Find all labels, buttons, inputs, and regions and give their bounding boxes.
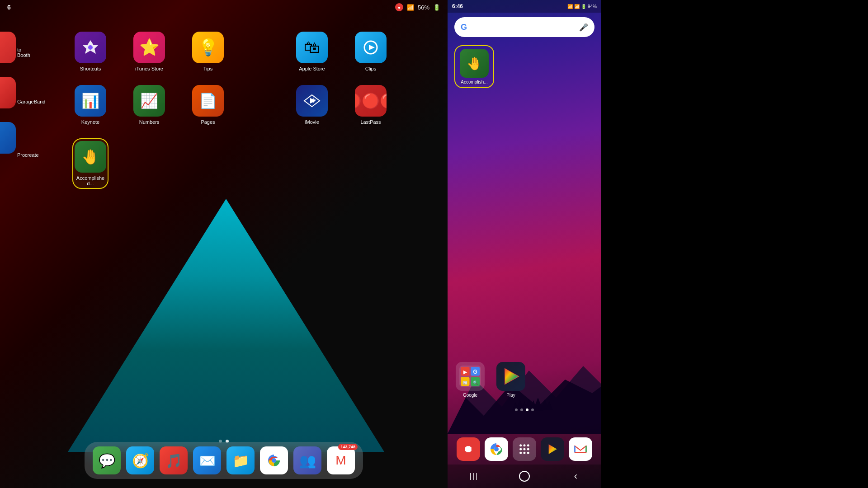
svg-point-44 <box>527 452 529 454</box>
play-app-label: Play <box>506 393 515 398</box>
left-edge-label: to Booth <box>0 45 32 58</box>
app-row-1: Shortcuts ⭐ iTunes Store 💡 Tips 🛍 <box>72 32 429 71</box>
play-app-icon <box>496 362 525 391</box>
android-dot-4 <box>531 408 534 411</box>
android-google-app[interactable]: G ▶ 📰 🔍 Google <box>454 362 486 398</box>
shortcuts-icon <box>75 32 106 63</box>
garageband-label: GarageBand <box>17 99 45 104</box>
clips-icon <box>355 32 387 63</box>
svg-text:📰: 📰 <box>462 380 468 385</box>
imovie-label: iMovie <box>305 119 319 125</box>
wifi-icon: 📶 <box>407 4 414 11</box>
google-g-logo: G <box>461 23 467 32</box>
android-dock-record[interactable]: ⏺ <box>457 437 480 461</box>
android-nav-back[interactable]: ‹ <box>566 467 585 485</box>
app-tips[interactable]: 💡 Tips <box>190 32 226 71</box>
app-clips[interactable]: Clips <box>353 32 389 71</box>
svg-text:▶: ▶ <box>463 369 467 375</box>
svg-text:G: G <box>473 369 477 375</box>
app-accomplished[interactable]: 🤚 Accomplished... <box>72 138 108 189</box>
dock-messages[interactable]: 💬 <box>93 446 121 474</box>
android-accomplished-app[interactable]: 🤚 Accomplish... <box>454 45 494 88</box>
pages-icon: 📄 <box>192 85 224 117</box>
app-apple-store[interactable]: 🛍 Apple Store <box>294 32 330 71</box>
accomplished-label: Accomplished... <box>75 175 106 186</box>
android-dock-gmail[interactable] <box>569 437 592 461</box>
dock-chrome[interactable] <box>260 446 288 474</box>
photobooth-label: to Booth <box>17 47 32 58</box>
app-shortcuts[interactable]: Shortcuts <box>72 32 108 71</box>
app-lastpass[interactable]: 🔴🔴🔴 LastPass <box>353 85 389 125</box>
itunes-icon: ⭐ <box>133 32 165 63</box>
android-app-row: G ▶ 📰 🔍 Google <box>454 362 594 398</box>
ipad-screen: 6 ● 📶 56% 🔋 to Booth GarageBand Procreat… <box>0 0 448 488</box>
accomplished-hand-icon: 🤚 <box>467 56 482 71</box>
app-grid: Shortcuts ⭐ iTunes Store 💡 Tips 🛍 <box>0 23 448 211</box>
apple-store-label: Apple Store <box>299 66 325 71</box>
svg-text:🔍: 🔍 <box>473 380 478 385</box>
android-accomplished-icon: 🤚 <box>460 49 489 78</box>
svg-marker-33 <box>505 369 518 384</box>
home-circle-icon <box>519 471 530 482</box>
record-indicator: ● <box>395 3 403 11</box>
android-dot-1 <box>515 408 518 411</box>
google-app-label: Google <box>463 393 477 398</box>
dock-safari[interactable]: 🧭 <box>126 446 154 474</box>
record-app-icon: ⏺ <box>463 443 473 455</box>
battery-percent: 56% <box>418 4 429 11</box>
tips-icon: 💡 <box>192 32 224 63</box>
apple-store-icon: 🛍 <box>296 32 328 63</box>
safari-icon: 🧭 <box>132 453 149 469</box>
google-searchbar[interactable]: G 🎤 <box>454 17 594 37</box>
numbers-icon: 📈 <box>133 85 165 117</box>
time-label: 6 <box>7 4 11 11</box>
pages-label: Pages <box>201 119 215 125</box>
clips-label: Clips <box>365 66 376 71</box>
app-numbers[interactable]: 📈 Numbers <box>131 85 167 125</box>
android-dock-playstore[interactable] <box>541 437 564 461</box>
dock-gmail[interactable]: M 143,748 <box>327 446 355 474</box>
right-filler <box>601 0 868 488</box>
tips-label: Tips <box>203 66 212 71</box>
svg-point-2 <box>88 45 93 50</box>
shortcuts-label: Shortcuts <box>80 66 101 71</box>
svg-point-41 <box>527 448 529 450</box>
svg-point-39 <box>519 448 522 450</box>
android-dock: ⏺ <box>454 437 594 461</box>
messages-icon: 💬 <box>99 453 115 469</box>
app-pages[interactable]: 📄 Pages <box>190 85 226 125</box>
app-keynote[interactable]: 📊 Keynote <box>72 85 108 125</box>
android-navbar: | | | ‹ <box>448 465 601 488</box>
statusbar-right: ● 📶 56% 🔋 <box>395 3 440 11</box>
android-nav-home[interactable] <box>515 467 533 485</box>
dock-mail[interactable]: ✉️ <box>193 446 221 474</box>
svg-point-43 <box>524 452 526 454</box>
android-statusbar-icons: 📶 📶 🔋 94% <box>567 4 597 9</box>
ipad-statusbar: 6 ● 📶 56% 🔋 <box>0 0 448 14</box>
imovie-icon: ★ <box>296 85 328 117</box>
android-play-app[interactable]: Play <box>495 362 527 398</box>
android-nav-menu[interactable]: | | | <box>464 467 482 485</box>
google-folder-icon: G ▶ 📰 🔍 <box>456 362 485 391</box>
app-imovie[interactable]: ★ iMovie <box>294 85 330 125</box>
android-battery: 🔋 94% <box>581 4 597 9</box>
gmail-icon: M <box>335 453 346 468</box>
keynote-icon: 📊 <box>75 85 106 117</box>
svg-point-40 <box>524 448 526 450</box>
dock-music[interactable]: 🎵 <box>160 446 188 474</box>
music-icon: 🎵 <box>165 453 182 469</box>
svg-point-37 <box>524 444 526 446</box>
android-dock-launcher[interactable] <box>513 437 536 461</box>
android-time: 6:46 <box>452 3 463 9</box>
gmail-badge: 143,748 <box>338 444 358 450</box>
dock-files[interactable]: 📁 <box>226 446 255 474</box>
battery-icon: 🔋 <box>433 4 440 11</box>
mic-icon[interactable]: 🎤 <box>579 23 588 32</box>
android-screen: 6:46 📶 📶 🔋 94% G 🎤 🤚 Accomplish... <box>448 0 601 488</box>
svg-point-38 <box>527 444 529 446</box>
dock-teams[interactable]: 👥 <box>293 446 321 474</box>
app-row-3: 🤚 Accomplished... <box>72 138 429 189</box>
android-dock-chrome[interactable] <box>485 437 508 461</box>
app-itunes[interactable]: ⭐ iTunes Store <box>131 32 167 71</box>
android-dot-2 <box>520 408 523 411</box>
